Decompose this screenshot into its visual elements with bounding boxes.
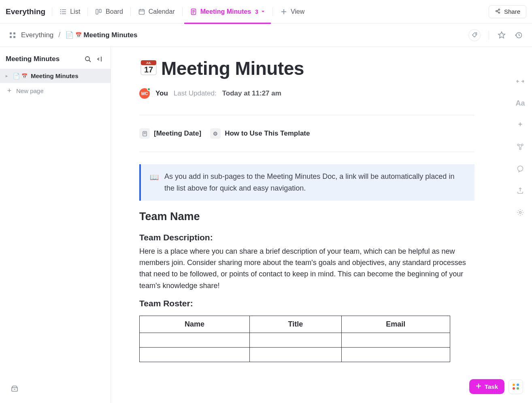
expand-width-button[interactable]: [516, 77, 525, 86]
apps-grid-icon: [513, 384, 519, 390]
relations-button[interactable]: [516, 142, 525, 151]
sidebar-item-label: Meeting Minutes: [31, 72, 79, 79]
chip-label: How to Use This Template: [225, 129, 310, 138]
svg-rect-8: [139, 9, 144, 14]
svg-line-30: [89, 60, 91, 62]
table-row[interactable]: [140, 348, 450, 362]
svg-rect-7: [99, 9, 101, 13]
svg-point-45: [519, 212, 521, 214]
view-tab-label: Meeting Minutes: [200, 8, 251, 15]
content-area: JUL17 Meeting Minutes MC You Last Update…: [111, 47, 532, 403]
doc-meta: MC You Last Updated: Today at 11:27 am: [139, 88, 475, 99]
svg-rect-6: [96, 9, 98, 14]
add-view-label: View: [291, 8, 304, 15]
svg-rect-25: [10, 36, 12, 38]
view-tab-list[interactable]: List: [54, 0, 86, 23]
crumb-sep: /: [58, 31, 60, 39]
svg-point-27: [475, 34, 476, 34]
new-task-button[interactable]: Task: [469, 379, 504, 394]
ai-button[interactable]: [516, 121, 525, 129]
brand-title[interactable]: Everything: [6, 7, 50, 16]
divider: [139, 115, 475, 115]
section-team-roster[interactable]: Team Roster:: [139, 299, 475, 308]
share-button[interactable]: Share: [489, 5, 526, 18]
crumb-current[interactable]: 📄 📅 Meeting Minutes: [65, 31, 137, 39]
divider: [87, 7, 88, 16]
meeting-date-chip[interactable]: [Meeting Date]: [139, 128, 201, 139]
typography-button[interactable]: Aa: [516, 99, 525, 108]
view-tab-label: Board: [106, 8, 123, 15]
col-name[interactable]: Name: [140, 316, 250, 333]
page-emoji: 📄: [13, 73, 20, 79]
view-tab-label: List: [70, 8, 80, 15]
search-button[interactable]: [84, 55, 92, 63]
plus-icon: +: [6, 87, 13, 95]
callout-box: 📖 As you add in sub-pages to the Meeting…: [139, 164, 475, 201]
apps-button[interactable]: [509, 380, 523, 394]
comments-button[interactable]: [516, 164, 525, 173]
new-page-label: New page: [16, 87, 44, 94]
svg-point-3: [61, 9, 61, 10]
book-icon: 📖: [150, 172, 159, 194]
list-icon: [60, 8, 67, 15]
favorite-button[interactable]: [497, 31, 506, 40]
collapse-sidebar-button[interactable]: [95, 55, 103, 63]
export-button[interactable]: [516, 186, 525, 195]
svg-text:17: 17: [144, 65, 153, 74]
author-label: You: [155, 89, 168, 98]
svg-line-21: [497, 10, 499, 11]
team-desc-paragraph[interactable]: Here is a place where you can share a br…: [139, 246, 475, 292]
crumb-root[interactable]: Everything: [21, 31, 53, 39]
view-tab-minutes[interactable]: Meeting Minutes 3: [184, 0, 271, 23]
board-icon: [95, 8, 102, 15]
col-title[interactable]: Title: [250, 316, 342, 333]
sidebar-header: Meeting Minutes: [0, 55, 111, 69]
section-team-desc[interactable]: Team Description:: [139, 233, 475, 242]
breadcrumb-bar: Everything / 📄 📅 Meeting Minutes: [0, 23, 532, 47]
doc-emoji[interactable]: JUL17: [139, 58, 158, 79]
share-label: Share: [504, 8, 520, 15]
crumb-current-label: Meeting Minutes: [83, 31, 137, 39]
sidebar-item-meeting-minutes[interactable]: ▸ 📄 📅 Meeting Minutes: [0, 69, 111, 83]
avatar-initials: MC: [141, 91, 148, 96]
add-view-button[interactable]: View: [275, 0, 310, 23]
doc-title[interactable]: Meeting Minutes: [161, 57, 304, 79]
expand-icon: ▸: [6, 74, 10, 78]
roster-table[interactable]: Name Title Email: [139, 316, 450, 362]
updated-value: Today at 11:27 am: [222, 89, 281, 98]
calendar-emoji: 📅: [21, 73, 28, 79]
view-tab-board[interactable]: Board: [89, 0, 129, 23]
svg-point-41: [517, 144, 519, 146]
svg-point-44: [518, 166, 523, 171]
view-tab-calendar[interactable]: Calendar: [132, 0, 181, 23]
archive-button[interactable]: [11, 384, 19, 394]
svg-point-42: [521, 144, 523, 146]
view-tab-label: Calendar: [149, 8, 175, 15]
svg-point-18: [496, 10, 497, 11]
new-page-button[interactable]: + New page: [0, 83, 111, 99]
settings-button[interactable]: [516, 208, 525, 217]
howto-chip[interactable]: ⚙ How to Use This Template: [210, 128, 310, 139]
svg-point-5: [61, 13, 61, 14]
divider: [489, 31, 489, 40]
apps-grid-icon[interactable]: [9, 32, 16, 39]
table-row[interactable]: [140, 333, 450, 348]
svg-rect-24: [13, 32, 15, 34]
tag-button[interactable]: [468, 29, 481, 41]
fab-area: Task: [469, 379, 523, 394]
section-team-name[interactable]: Team Name: [139, 210, 475, 223]
callout-text: As you add in sub-pages to the Meeting M…: [164, 171, 466, 194]
right-toolbar: Aa: [516, 77, 525, 217]
svg-point-19: [498, 9, 500, 10]
sidebar-title: Meeting Minutes: [6, 55, 81, 63]
chip-label: [Meeting Date]: [154, 129, 201, 138]
divider: [130, 7, 131, 16]
divider: [139, 152, 475, 152]
fab-task-label: Task: [485, 383, 498, 390]
col-email[interactable]: Email: [341, 316, 450, 333]
author-avatar[interactable]: MC: [139, 88, 150, 99]
svg-line-22: [497, 11, 499, 12]
history-button[interactable]: [514, 31, 523, 40]
svg-rect-23: [10, 32, 12, 34]
svg-text:JUL: JUL: [146, 62, 151, 64]
